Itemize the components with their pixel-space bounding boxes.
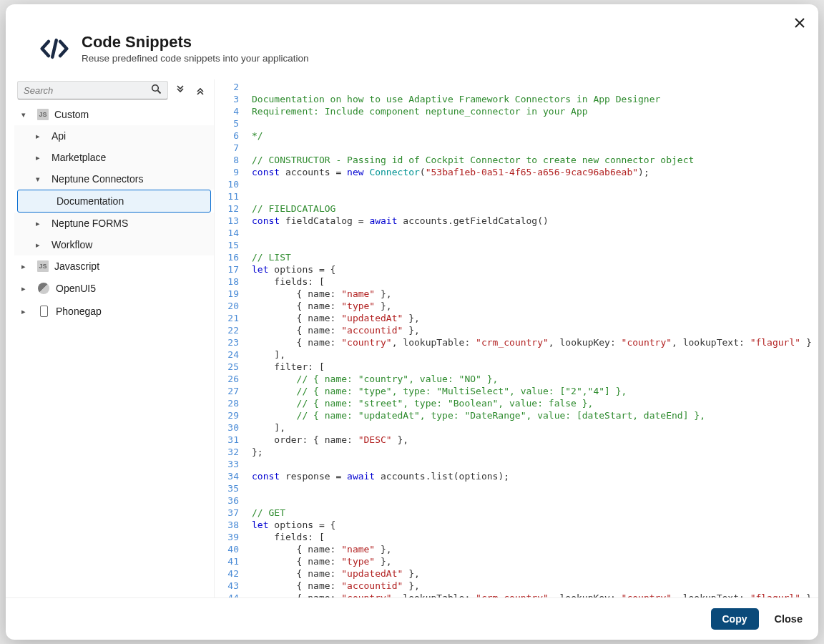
- openui5-icon: [37, 282, 50, 295]
- collapse-all-button[interactable]: [172, 82, 188, 98]
- tree-item-marketplace[interactable]: ▸ Marketplace: [14, 147, 214, 168]
- search-icon[interactable]: [151, 84, 162, 97]
- svg-line-1: [158, 91, 161, 94]
- tree-label: Marketplace: [52, 152, 106, 163]
- search-input-wrapper: [17, 81, 168, 99]
- copy-button[interactable]: Copy: [711, 608, 759, 630]
- code-editor[interactable]: 2345678910111213141516171819202122232425…: [215, 79, 811, 597]
- chevron-right-icon: ▸: [21, 284, 31, 293]
- chevron-right-icon: ▸: [36, 132, 46, 141]
- search-input[interactable]: [24, 85, 151, 96]
- tree-item-neptune-connectors[interactable]: ▾ Neptune Connectors: [14, 168, 214, 190]
- tree-item-workflow[interactable]: ▸ Workflow: [14, 234, 214, 255]
- modal-title: Code Snippets: [82, 33, 308, 52]
- close-button[interactable]: Close: [775, 613, 803, 625]
- code-icon: [40, 34, 69, 63]
- modal-footer: Copy Close: [6, 597, 818, 640]
- chevron-right-icon: ▸: [21, 262, 31, 271]
- chevron-right-icon: ▸: [21, 307, 31, 316]
- tree-label: OpenUI5: [56, 283, 96, 294]
- sidebar: ▾ JS Custom ▸ Api ▸ Marketplace ▾ Neptun…: [14, 79, 215, 597]
- tree-label: Neptune FORMS: [52, 218, 128, 229]
- code-snippets-modal: Code Snippets Reuse predefined code snip…: [6, 4, 818, 640]
- modal-header: Code Snippets Reuse predefined code snip…: [6, 4, 818, 79]
- tree-label: Documentation: [57, 195, 124, 207]
- tree-label: Custom: [54, 109, 89, 120]
- js-icon: JS: [37, 109, 49, 120]
- svg-point-0: [152, 85, 159, 92]
- tree-item-phonegap[interactable]: ▸ Phonegap: [14, 300, 214, 323]
- tree-label: Phonegap: [56, 306, 102, 317]
- tree-label: Workflow: [52, 239, 92, 250]
- chevron-right-icon: ▸: [36, 219, 46, 228]
- tree-label: Neptune Connectors: [52, 173, 143, 185]
- chevron-down-icon: ▾: [21, 110, 31, 119]
- tree-item-documentation[interactable]: Documentation: [17, 190, 211, 213]
- tree: ▾ JS Custom ▸ Api ▸ Marketplace ▾ Neptun…: [14, 104, 214, 323]
- tree-item-javascript[interactable]: ▸ JS Javascript: [14, 255, 214, 277]
- modal-close-button[interactable]: [791, 14, 808, 31]
- code-content: Documentation on how to use Adaptive Fra…: [246, 81, 811, 597]
- chevron-right-icon: ▸: [36, 153, 46, 162]
- chevron-down-icon: ▾: [36, 175, 46, 184]
- expand-all-button[interactable]: [192, 82, 208, 98]
- tree-item-custom[interactable]: ▾ JS Custom: [14, 104, 214, 125]
- modal-subtitle: Reuse predefined code snippets into your…: [82, 53, 308, 64]
- tree-label: Javascript: [54, 260, 99, 272]
- tree-item-openui5[interactable]: ▸ OpenUI5: [14, 277, 214, 300]
- tree-item-api[interactable]: ▸ Api: [14, 125, 214, 147]
- js-icon: JS: [37, 260, 49, 272]
- phone-icon: [37, 305, 50, 318]
- tree-label: Api: [52, 130, 66, 142]
- chevron-right-icon: ▸: [36, 240, 46, 250]
- line-gutter: 2345678910111213141516171819202122232425…: [215, 81, 246, 597]
- tree-item-neptune-forms[interactable]: ▸ Neptune FORMS: [14, 213, 214, 234]
